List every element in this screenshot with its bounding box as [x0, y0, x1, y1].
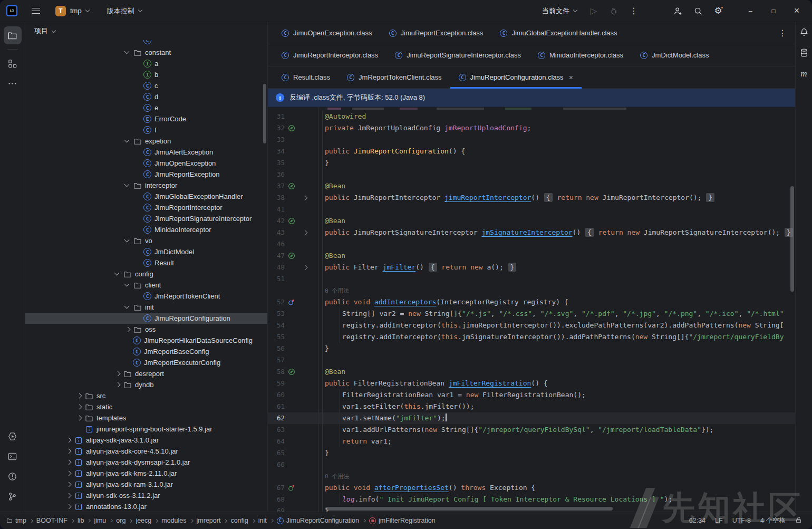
tree-item-aliyun-java-sdk-kms-2.11.0.jar[interactable]: aliyun-java-sdk-kms-2.11.0.jar	[25, 468, 267, 479]
breadcrumb-item[interactable]: modules	[161, 517, 186, 524]
tree-item-ErrorCode[interactable]: EErrorCode	[25, 113, 267, 124]
tab-options-button[interactable]: ⋮	[778, 28, 787, 38]
tree-chevron-icon[interactable]	[74, 390, 84, 401]
editor-tab[interactable]: CJimuReportException.class	[381, 22, 492, 44]
editor-tab[interactable]: CJimuGlobalExceptionHandler.class	[491, 22, 625, 44]
tree-item-src[interactable]: src	[25, 390, 267, 401]
tree-item-client[interactable]: client	[25, 280, 267, 291]
vcs-widget[interactable]: 版本控制	[103, 6, 142, 16]
code-line[interactable]: 32private JmReportUploadConfig jmReportU…	[268, 122, 795, 134]
tree-item-JmDictModel[interactable]: CJmDictModel	[25, 246, 267, 257]
gutter-icon[interactable]	[288, 299, 295, 306]
tree-chevron-icon[interactable]	[122, 47, 133, 58]
debug-button[interactable]	[605, 3, 622, 19]
code-line[interactable]: 68log.info(" Init JimuReport Config [ To…	[268, 494, 795, 505]
tree-chevron-icon[interactable]	[63, 435, 74, 446]
breadcrumb-item[interactable]: jeecg	[136, 517, 151, 524]
code-line[interactable]: 58@Bean	[268, 366, 795, 378]
app-logo-icon[interactable]: IJ	[6, 5, 17, 16]
tree-item-init[interactable]: init	[25, 302, 267, 313]
breadcrumb-item[interactable]: jmreport	[197, 517, 221, 524]
tree-chevron-icon[interactable]	[63, 457, 74, 468]
code-line[interactable]: 56}	[268, 343, 795, 354]
tree-item-MinidaoInterceptor[interactable]: CMinidaoInterceptor	[25, 224, 267, 235]
tree-item-templates[interactable]: templates	[25, 412, 267, 424]
editor-tab[interactable]: CMinidaoInterceptor.class	[529, 44, 632, 66]
code-line[interactable]: 60FilterRegistrationBean var1 = new Filt…	[268, 389, 795, 401]
tree-item-JimuReportInterceptor[interactable]: CJimuReportInterceptor	[25, 202, 267, 213]
code-line[interactable]: 57	[268, 354, 795, 366]
database-tool-button[interactable]	[799, 48, 809, 60]
readonly-toggle[interactable]	[795, 516, 803, 525]
tree-item-JimuReportException[interactable]: CJimuReportException	[25, 169, 267, 180]
structure-tool-button[interactable]	[4, 54, 22, 72]
tree-item-config[interactable]: config	[25, 268, 267, 280]
fold-chevron-icon[interactable]	[298, 192, 312, 204]
settings-button[interactable]: ⚙	[710, 3, 727, 19]
code-line[interactable]: 48public Filter jmFilter() { return new …	[268, 262, 795, 273]
usages-inlay-hint[interactable]: 0 个用法	[325, 473, 349, 480]
project-panel-header[interactable]: 项目	[25, 22, 267, 40]
tree-item-aliyun-java-sdk-ram-3.1.0.jar[interactable]: aliyun-java-sdk-ram-3.1.0.jar	[25, 479, 267, 490]
gutter-icon[interactable]	[288, 217, 295, 225]
more-tools-button[interactable]	[4, 74, 22, 92]
tree-chevron-icon[interactable]	[63, 479, 74, 490]
tree-chevron-icon[interactable]	[63, 490, 74, 501]
code-line[interactable]: 63var1.addUrlPatterns(new String[]{"/jmr…	[268, 424, 795, 436]
breadcrumb-item[interactable]: jimu	[94, 517, 106, 524]
code-line[interactable]: 54registry.addInterceptor(this.jimuRepor…	[268, 320, 795, 331]
tree-item-c[interactable]: Cc	[25, 80, 267, 91]
maximize-button[interactable]: □	[763, 3, 784, 19]
tree-item-aliyun-java-sdk-dysmsapi-2.1.0.jar[interactable]: aliyun-java-sdk-dysmsapi-2.1.0.jar	[25, 457, 267, 468]
project-tool-button[interactable]	[4, 26, 22, 44]
code-line[interactable]: 31@Autowired	[268, 111, 795, 122]
editor-tab[interactable]: CJimuReportInterceptor.class	[273, 44, 386, 66]
breadcrumb-item[interactable]: config	[230, 517, 248, 524]
tree-item-JimuAlertException[interactable]: CJimuAlertException	[25, 147, 267, 158]
tree-chevron-icon[interactable]	[63, 446, 74, 457]
code-line[interactable]: 33	[268, 134, 795, 146]
close-tab-icon[interactable]: ×	[569, 73, 573, 82]
tree-item-static[interactable]: static	[25, 401, 267, 412]
breadcrumb-item[interactable]: CJimuReportConfiguration	[277, 517, 359, 524]
code-line[interactable]: 52public void addInterceptors(Intercepto…	[268, 296, 795, 308]
run-button[interactable]: ▷	[585, 3, 602, 19]
code-line[interactable]: 37@Bean	[268, 180, 795, 192]
editor-vertical-scrollbar[interactable]	[790, 186, 794, 292]
tree-chevron-icon[interactable]	[63, 501, 74, 512]
editor-tab[interactable]: CJimuReportSignatureInterceptor.class	[386, 44, 529, 66]
code-line[interactable]: 66	[268, 459, 795, 470]
code-line[interactable]: 36	[268, 169, 795, 180]
tree-chevron-icon[interactable]	[74, 401, 84, 412]
close-button[interactable]: ×	[787, 3, 807, 19]
tree-chevron-icon[interactable]	[112, 268, 123, 280]
tree-item-expetion[interactable]: expetion	[25, 136, 267, 147]
maven-tool-button[interactable]: m	[800, 69, 807, 79]
tree-item-JmReportTokenClient[interactable]: CJmReportTokenClient	[25, 291, 267, 302]
editor-tab[interactable]: CResult.class	[273, 66, 339, 88]
breadcrumb-item[interactable]: lib	[78, 517, 84, 524]
tree-item-oss[interactable]: oss	[25, 324, 267, 335]
problems-tool-button[interactable]	[4, 467, 22, 485]
tree-item-JimuReportHikariDataSourceConfig[interactable]: CJimuReportHikariDataSourceConfig	[25, 335, 267, 346]
code-line[interactable]: 41	[268, 204, 795, 215]
add-user-button[interactable]	[670, 3, 687, 19]
code-line[interactable]: 67public void afterPropertiesSet() throw…	[268, 482, 795, 494]
tree-item[interactable]: C	[25, 40, 267, 47]
tree-item-aliyun-sdk-oss-3.11.2.jar[interactable]: aliyun-sdk-oss-3.11.2.jar	[25, 490, 267, 501]
more-actions-button[interactable]: ⋮	[625, 3, 642, 19]
search-everywhere-button[interactable]	[690, 3, 707, 19]
tree-item-JimuOpenException[interactable]: CJimuOpenException	[25, 158, 267, 169]
breadcrumb-item[interactable]: mjmFilterRegistration	[369, 517, 436, 524]
tree-item-b[interactable]: Ib	[25, 69, 267, 80]
tree-item-JimuReportSignatureInterceptor[interactable]: CJimuReportSignatureInterceptor	[25, 213, 267, 224]
tree-item-JimuGlobalExceptionHandler[interactable]: CJimuGlobalExceptionHandler	[25, 191, 267, 202]
code-line[interactable]: 65}	[268, 447, 795, 459]
code-inlay-row[interactable]: 0 个用法	[268, 285, 795, 296]
tree-item-aliyun-java-sdk-core-4.5.10.jar[interactable]: aliyun-java-sdk-core-4.5.10.jar	[25, 446, 267, 457]
code-line[interactable]: 47@Bean	[268, 250, 795, 262]
code-line[interactable]: 62var1.setName("jmFilter");	[268, 412, 795, 424]
editor-tab[interactable]: CJimuReportConfiguration.class×	[450, 66, 582, 88]
tree-item-alipay-sdk-java-3.1.0.jar[interactable]: alipay-sdk-java-3.1.0.jar	[25, 435, 267, 446]
caret-position[interactable]: 62:34	[689, 517, 705, 524]
